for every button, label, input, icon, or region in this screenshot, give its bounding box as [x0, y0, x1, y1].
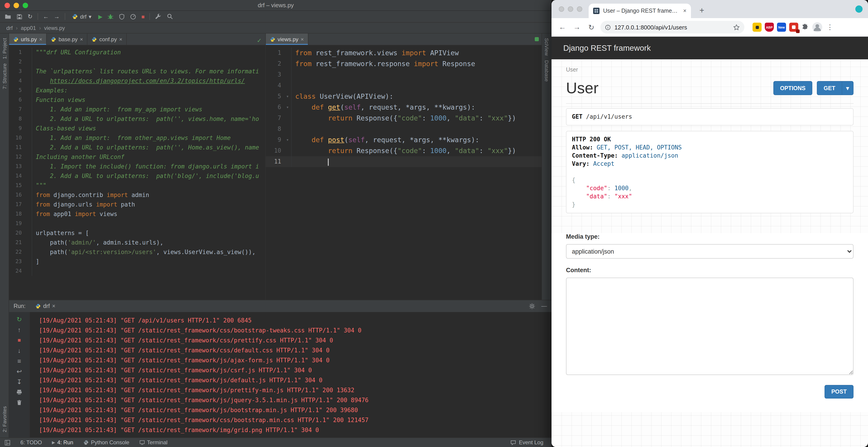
down-icon[interactable]: ↓ — [18, 346, 21, 355]
stop-button[interactable]: ■ — [141, 14, 145, 19]
brand[interactable]: Django REST framework — [563, 43, 651, 53]
address-bar[interactable]: 127.0.0.1:8000/api/v1/users — [600, 21, 744, 33]
run-configuration-selector[interactable]: drf ▾ — [70, 12, 93, 21]
tab-conf-py[interactable]: conf.py × — [88, 33, 127, 45]
zoom-window-icon[interactable] — [577, 6, 582, 12]
minimize-window-icon[interactable] — [568, 6, 573, 12]
sidebar-item-structure[interactable]: 7: Structure — [2, 64, 7, 89]
code-line[interactable]: 2from rest_framework.response import Res… — [266, 58, 541, 69]
tab-views-py[interactable]: views.py × — [266, 33, 308, 45]
back-icon[interactable]: ← — [557, 23, 568, 31]
code-editor-urls[interactable]: 1"""drf URL Configuration23The `urlpatte… — [9, 45, 265, 300]
forward-icon[interactable]: → — [571, 23, 582, 31]
profiler-button[interactable] — [130, 13, 136, 20]
get-button[interactable]: GET — [817, 81, 841, 95]
run-console-output[interactable]: [19/Aug/2021 05:21:43] "GET /api/v1/user… — [30, 312, 552, 438]
code-line[interactable]: 1"""drf URL Configuration — [9, 48, 265, 57]
list-icon[interactable]: ≡ — [18, 356, 21, 365]
code-line[interactable]: 8 — [266, 124, 541, 135]
code-line[interactable]: 20urlpatterns = [ — [9, 228, 265, 238]
code-line[interactable]: 3 — [266, 69, 541, 80]
code-line[interactable]: 5▾class UserView(APIView): — [266, 91, 541, 102]
rerun-icon[interactable]: ↻ — [17, 315, 22, 324]
bookmark-star-icon[interactable] — [733, 24, 740, 31]
debug-button[interactable] — [107, 13, 114, 20]
code-line[interactable]: 11 — [266, 156, 541, 167]
code-line[interactable]: 15""" — [9, 181, 265, 190]
profile-avatar[interactable] — [812, 22, 823, 33]
scroll-to-end-icon[interactable]: ↧ — [17, 377, 22, 386]
sidebar-item-database[interactable]: Database — [544, 60, 550, 82]
code-line[interactable]: 19 — [9, 219, 265, 228]
media-type-select[interactable]: application/json — [566, 244, 854, 259]
code-line[interactable]: 13 1. Import the include() function: fro… — [9, 162, 265, 171]
sidebar-item-project[interactable]: 1: Project — [2, 38, 7, 59]
code-line[interactable]: 6Function views — [9, 95, 265, 105]
code-editor-views[interactable]: 1from rest_framework.views import APIVie… — [266, 45, 541, 300]
coverage-button[interactable] — [119, 13, 125, 20]
fold-icon[interactable]: ▾ — [284, 135, 291, 145]
statusbar-todo[interactable]: 6: TODO — [20, 439, 42, 446]
code-line[interactable]: 10 return Response({"code": 1000, "data"… — [266, 145, 541, 156]
close-tab-icon[interactable]: × — [80, 36, 83, 42]
close-tab-icon[interactable]: × — [119, 36, 122, 42]
save-icon[interactable] — [16, 13, 23, 20]
code-line[interactable]: 8 2. Add a URL to urlpatterns: path('', … — [9, 114, 265, 124]
breadcrumb-item[interactable]: views.py — [44, 25, 65, 31]
code-line[interactable]: 7 return Response({"code": 1000, "data":… — [266, 113, 541, 124]
code-line[interactable]: 3The `urlpatterns` list routes URLs to v… — [9, 66, 265, 76]
close-tab-icon[interactable]: × — [301, 36, 304, 42]
statusbar-python-console[interactable]: Python Console — [83, 439, 129, 446]
hide-panel-icon[interactable]: — — [541, 303, 547, 309]
close-window-icon[interactable] — [559, 6, 564, 12]
breadcrumb-item[interactable]: drf — [6, 25, 13, 31]
code-line[interactable]: 12Including another URLconf — [9, 152, 265, 162]
fold-icon[interactable]: ▾ — [284, 91, 291, 102]
code-line[interactable]: 9▾ def post(self, request, *args, **kwar… — [266, 135, 541, 145]
fold-icon[interactable]: ▾ — [284, 102, 291, 113]
print-icon[interactable] — [16, 388, 22, 397]
gear-icon[interactable] — [529, 303, 535, 309]
code-line[interactable]: 18from app01 import views — [9, 209, 265, 219]
profile-badge-icon[interactable] — [855, 5, 863, 13]
search-icon[interactable] — [167, 13, 174, 20]
run-tab-drf[interactable]: drf × — [32, 300, 59, 312]
options-button[interactable]: OPTIONS — [773, 81, 812, 95]
toolwindow-switcher-icon[interactable] — [4, 440, 10, 445]
stop-icon[interactable]: ■ — [18, 336, 21, 345]
close-tab-icon[interactable]: × — [683, 8, 686, 14]
open-folder-icon[interactable] — [4, 13, 11, 20]
run-button[interactable]: ▶ — [98, 14, 102, 19]
forward-icon[interactable]: → — [54, 13, 60, 20]
tab-base-py[interactable]: base.py × — [47, 33, 88, 45]
sidebar-item-favorites[interactable]: 2: Favorites — [2, 406, 7, 432]
inspection-ok-icon[interactable]: ✓ — [257, 37, 262, 44]
settings-wrench-icon[interactable] — [155, 13, 162, 20]
close-tab-icon[interactable]: × — [52, 303, 56, 309]
tab-urls-py[interactable]: urls.py × — [9, 33, 47, 45]
statusbar-run[interactable]: ▶ 4: Run — [52, 439, 73, 446]
code-line[interactable]: 7 1. Add an import: from my_app import v… — [9, 105, 265, 114]
clear-trash-icon[interactable] — [16, 398, 22, 407]
sidebar-item-sciview[interactable]: SciView — [544, 38, 550, 56]
close-tab-icon[interactable]: × — [39, 36, 42, 42]
adblock-extension-icon[interactable]: ABP — [765, 23, 774, 32]
code-line[interactable]: 10 1. Add an import: from other_app.view… — [9, 133, 265, 143]
soft-wrap-icon[interactable]: ↩ — [17, 367, 22, 376]
page-breadcrumb[interactable]: User — [566, 66, 854, 73]
get-dropdown-caret[interactable]: ▾ — [841, 81, 854, 95]
code-line[interactable]: 14 2. Add a URL to urlpatterns: path('bl… — [9, 171, 265, 181]
new-tab-button[interactable]: + — [696, 5, 707, 16]
site-info-icon[interactable] — [605, 24, 611, 30]
up-icon[interactable]: ↑ — [18, 325, 21, 334]
browser-tab[interactable]: User – Django REST framework × — [589, 4, 691, 18]
statusbar-terminal[interactable]: Terminal — [139, 439, 167, 446]
extension-icon-2[interactable] — [789, 23, 798, 32]
code-line[interactable]: 11 2. Add a URL to urlpatterns: path('',… — [9, 143, 265, 152]
code-line[interactable]: 24 — [9, 266, 265, 276]
code-line[interactable]: 17from django.urls import path — [9, 200, 265, 209]
breadcrumb-item[interactable]: app01 — [21, 25, 36, 31]
code-line[interactable]: 21 path('admin/', admin.site.urls), — [9, 238, 265, 247]
code-line[interactable]: 1from rest_framework.views import APIVie… — [266, 48, 541, 58]
statusbar-event-log[interactable]: Event Log — [519, 439, 544, 446]
